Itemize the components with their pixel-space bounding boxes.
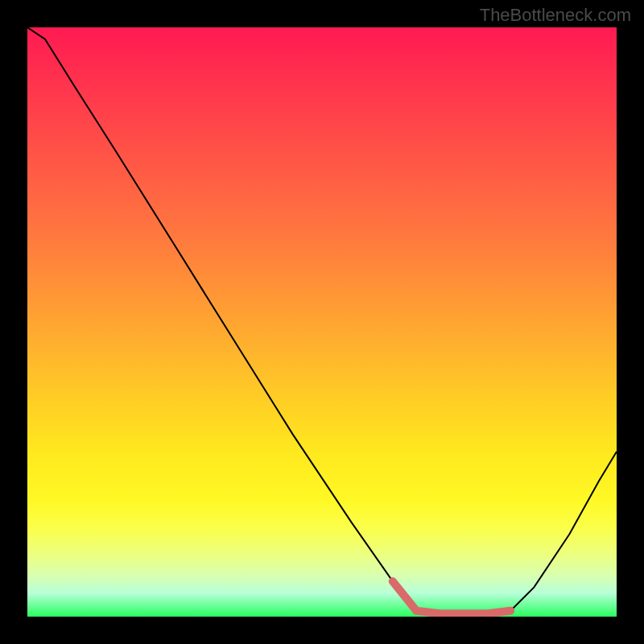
chart-svg — [27, 27, 617, 617]
bottleneck-curve — [27, 27, 617, 613]
bottleneck-highlight — [393, 581, 510, 613]
chart-plot-area — [27, 27, 617, 617]
watermark-text: TheBottleneck.com — [480, 5, 631, 26]
